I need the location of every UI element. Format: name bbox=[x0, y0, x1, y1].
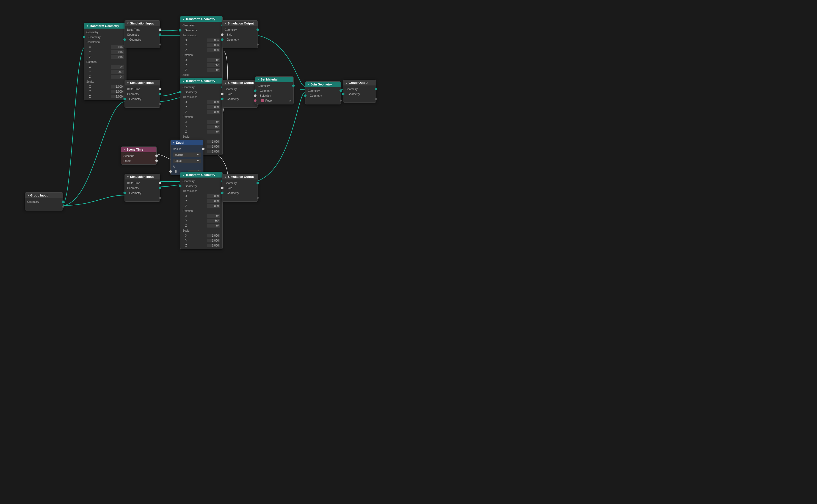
sit-extra-port bbox=[159, 44, 161, 46]
transform-geo-top-header: ∨ Transform Geometry bbox=[84, 23, 126, 29]
tgt-scale-label: Scale: bbox=[84, 79, 126, 84]
transform-geo-top-node: ∨ Transform Geometry Geometry Geometry T… bbox=[84, 23, 126, 100]
tgm-header: ∨ Transform Geometry bbox=[180, 78, 222, 84]
group-output-node: ∨ Group Output Geometry Geometry bbox=[343, 80, 376, 103]
extra-output-port bbox=[62, 206, 64, 208]
sib-header: ∨ Simulation Input bbox=[125, 174, 160, 179]
join-geo-header: ∨ Join Geometry bbox=[305, 82, 341, 87]
group-input-bottom-row bbox=[25, 204, 63, 209]
sim-input-mid-header: ∨ Simulation Input bbox=[125, 80, 160, 85]
geometry-output-port bbox=[62, 201, 64, 203]
set-material-header: ∨ Set Material bbox=[255, 77, 293, 82]
sim-input-top-node: ∨ Simulation Input Delta Time Geometry G… bbox=[125, 20, 160, 48]
tgb-header: ∨ Transform Geometry bbox=[180, 172, 222, 178]
sim-input-mid-node: ∨ Simulation Input Delta Time Geometry G… bbox=[125, 80, 160, 108]
group-input-header: ∨ Group Input bbox=[25, 193, 63, 198]
sob-header: ∨ Simulation Output bbox=[222, 174, 258, 179]
tgt-rotation-label: Rotation: bbox=[84, 59, 126, 64]
join-geometry-node: ∨ Join Geometry Geometry Geometry bbox=[305, 81, 341, 104]
som-header: ∨ Simulation Output bbox=[222, 80, 258, 85]
sit-dt-port bbox=[159, 29, 161, 31]
sim-output-top-node: ∨ Simulation Output Geometry Skip Geomet… bbox=[222, 20, 258, 48]
sim-input-top-header: ∨ Simulation Input bbox=[125, 21, 160, 26]
group-input-node: ∨ Group Input Geometry bbox=[25, 192, 63, 211]
sim-input-bot-node: ∨ Simulation Input Delta Time Geometry G… bbox=[125, 174, 160, 202]
tgt-translation-label: Translation: bbox=[84, 40, 126, 45]
sim-output-bot-node: ∨ Simulation Output Geometry Skip Geomet… bbox=[222, 174, 258, 202]
sit-geometry-in: Geometry bbox=[125, 37, 160, 42]
tgt-x-row: X 0 m bbox=[84, 45, 126, 49]
sot-header: ∨ Simulation Output bbox=[222, 21, 258, 26]
scene-time-header: ∨ Scene Time bbox=[121, 147, 156, 152]
tgmt-header: ∨ Transform Geometry bbox=[180, 16, 222, 22]
sit-geo-in-port bbox=[123, 38, 126, 41]
equal-header: ∨ Equal bbox=[171, 140, 203, 145]
sit-geo-out-port bbox=[159, 34, 161, 36]
sit-geometry-out: Geometry bbox=[125, 32, 160, 37]
tgt-geo-in-port bbox=[83, 36, 85, 38]
group-output-header: ∨ Group Output bbox=[343, 80, 376, 85]
tgt-y-row: Y 0 m bbox=[84, 49, 126, 54]
transform-geo-bot-node: ∨ Transform Geometry Geometry Geometry T… bbox=[180, 172, 223, 249]
scene-time-node: ∨ Scene Time Seconds Frame bbox=[121, 146, 157, 165]
tgt-z-row: Z 0 m bbox=[84, 54, 126, 59]
tgt-geometry-in: Geometry bbox=[84, 35, 126, 40]
group-input-geometry-row: Geometry bbox=[25, 199, 63, 204]
set-material-node: ∨ Set Material Geometry Geometry Selecti… bbox=[255, 76, 294, 104]
sim-output-mid-node: ∨ Simulation Output Geometry Skip Geomet… bbox=[222, 80, 258, 108]
sit-delta-time: Delta Time bbox=[125, 27, 160, 32]
equal-node: ∨ Equal Result Integer ▼ Equal: bbox=[170, 140, 203, 175]
node-editor-canvas: ∨ Group Input Geometry ∨ Transform Geome… bbox=[0, 0, 817, 504]
tgt-geometry-out: Geometry bbox=[84, 30, 126, 35]
